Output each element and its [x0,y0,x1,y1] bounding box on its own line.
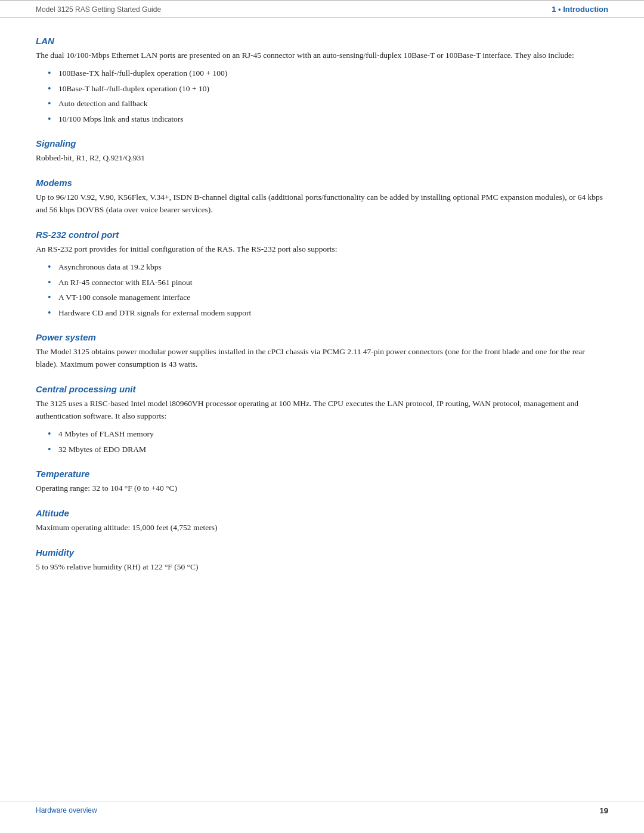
section-cpu: Central processing unitThe 3125 uses a R… [36,384,608,456]
bullet-list-cpu: 4 Mbytes of FLASH memory32 Mbytes of EDO… [48,428,608,456]
footer: Hardware overview 19 [0,801,644,815]
list-item: 4 Mbytes of FLASH memory [48,428,608,441]
section-modems: ModemsUp to 96/120 V.92, V.90, K56Flex, … [36,178,608,216]
section-body-signaling: Robbed-bit, R1, R2, Q.921/Q.931 [36,152,608,165]
list-item: 100Base-TX half-/full-duplex operation (… [48,67,608,80]
bullet-list-rs232: Asynchronous data at 19.2 kbpsAn RJ-45 c… [48,261,608,319]
page: Model 3125 RAS Getting Started Guide 1 •… [0,0,644,833]
list-item: Auto detection and fallback [48,97,608,110]
list-item: Hardware CD and DTR signals for external… [48,306,608,320]
section-heading-altitude: Altitude [36,508,608,518]
footer-left: Hardware overview [36,806,97,815]
section-body-rs232: An RS-232 port provides for initial conf… [36,243,608,256]
list-item: 10/100 Mbps link and status indicators [48,113,608,126]
header-bar: Model 3125 RAS Getting Started Guide 1 •… [0,0,644,18]
section-rs232: RS-232 control portAn RS-232 port provid… [36,230,608,319]
section-body-modems: Up to 96/120 V.92, V.90, K56Flex, V.34+,… [36,191,608,216]
header-right: 1 • Introduction [552,5,608,14]
section-body-temperature: Operating range: 32 to 104 °F (0 to +40 … [36,482,608,495]
section-body-humidity: 5 to 95% relative humidity (RH) at 122 °… [36,561,608,574]
section-heading-lan: LAN [36,36,608,46]
list-item: 10Base-T half-/full-duplex operation (10… [48,82,608,95]
main-content: LANThe dual 10/100-Mbps Ethernet LAN por… [0,36,644,613]
section-heading-modems: Modems [36,178,608,188]
section-lan: LANThe dual 10/100-Mbps Ethernet LAN por… [36,36,608,125]
section-heading-power: Power system [36,332,608,342]
section-heading-cpu: Central processing unit [36,384,608,394]
bullet-list-lan: 100Base-TX half-/full-duplex operation (… [48,67,608,125]
section-body-altitude: Maximum operating altitude: 15,000 feet … [36,522,608,534]
list-item: An RJ-45 connector with EIA-561 pinout [48,276,608,289]
list-item: 32 Mbytes of EDO DRAM [48,443,608,456]
section-signaling: SignalingRobbed-bit, R1, R2, Q.921/Q.931 [36,138,608,165]
header-left: Model 3125 RAS Getting Started Guide [36,5,161,14]
list-item: Asynchronous data at 19.2 kbps [48,261,608,274]
list-item: A VT-100 console management interface [48,291,608,304]
section-temperature: TemperatureOperating range: 32 to 104 °F… [36,469,608,495]
footer-right: 19 [600,806,608,815]
section-heading-temperature: Temperature [36,469,608,479]
section-heading-humidity: Humidity [36,547,608,558]
section-humidity: Humidity5 to 95% relative humidity (RH) … [36,547,608,574]
section-body-cpu: The 3125 uses a RISC-based Intel model i… [36,398,608,423]
section-heading-rs232: RS-232 control port [36,230,608,240]
section-body-lan: The dual 10/100-Mbps Ethernet LAN ports … [36,49,608,62]
section-power: Power systemThe Model 3125 obtains power… [36,332,608,371]
section-altitude: AltitudeMaximum operating altitude: 15,0… [36,508,608,534]
section-heading-signaling: Signaling [36,138,608,148]
section-body-power: The Model 3125 obtains power modular pow… [36,346,608,371]
